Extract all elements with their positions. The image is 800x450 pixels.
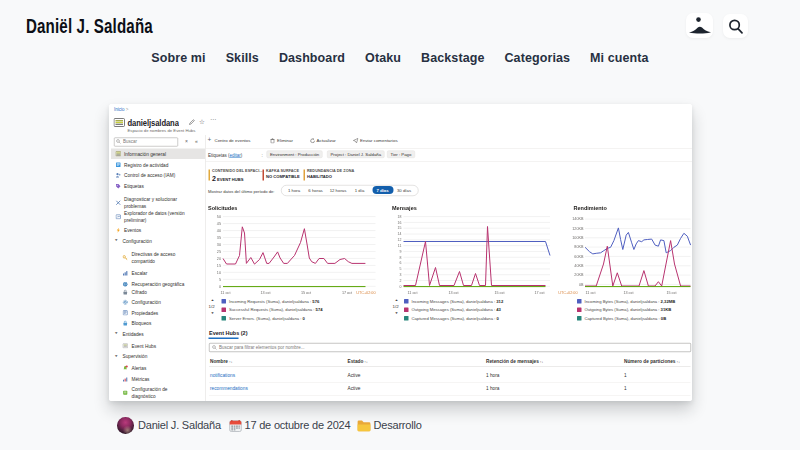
svg-text:15: 15 — [398, 226, 402, 230]
svg-text:35: 35 — [217, 236, 221, 240]
svg-text:15 oct: 15 oct — [301, 291, 312, 295]
svg-text:20KB: 20KB — [574, 273, 584, 277]
svg-text:10: 10 — [217, 271, 221, 275]
svg-text:0: 0 — [219, 285, 221, 289]
svg-text:15 oct: 15 oct — [666, 291, 677, 295]
svg-text:3: 3 — [400, 273, 402, 277]
svg-text:8: 8 — [400, 256, 402, 260]
svg-text:50: 50 — [217, 215, 221, 219]
svg-text:17 oct: 17 oct — [342, 291, 353, 295]
svg-text:9: 9 — [400, 250, 402, 254]
svg-text:2: 2 — [400, 279, 402, 283]
svg-text:25: 25 — [217, 250, 221, 254]
svg-text:30: 30 — [217, 243, 221, 247]
svg-text:11 oct: 11 oct — [408, 291, 419, 295]
svg-text:11 oct: 11 oct — [586, 291, 597, 295]
svg-text:40KB: 40KB — [574, 264, 584, 268]
svg-text:80KB: 80KB — [574, 245, 584, 249]
svg-text:11: 11 — [398, 244, 402, 248]
svg-text:15 oct: 15 oct — [494, 291, 505, 295]
svg-text:40: 40 — [217, 229, 221, 233]
svg-text:16: 16 — [398, 221, 402, 225]
svg-text:5: 5 — [400, 267, 402, 271]
svg-text:UTC+02:00: UTC+02:00 — [356, 291, 375, 295]
svg-text:13 oct: 13 oct — [260, 291, 271, 295]
svg-text:17 oct: 17 oct — [534, 291, 545, 295]
svg-text:11 oct: 11 oct — [221, 291, 232, 295]
svg-text:13 oct: 13 oct — [623, 291, 634, 295]
svg-text:5: 5 — [219, 278, 221, 282]
svg-text:45: 45 — [217, 222, 221, 226]
svg-text:15: 15 — [217, 264, 221, 268]
svg-text:140KB: 140KB — [572, 217, 584, 221]
svg-text:18: 18 — [398, 215, 402, 219]
svg-text:120KB: 120KB — [572, 227, 584, 231]
svg-text:0B: 0B — [579, 283, 584, 287]
svg-text:60KB: 60KB — [574, 255, 584, 259]
svg-text:20: 20 — [217, 257, 221, 261]
svg-text:6: 6 — [400, 261, 402, 265]
svg-text:UTC+02:00: UTC+02:00 — [558, 291, 577, 295]
svg-text:0: 0 — [400, 285, 402, 289]
svg-text:12: 12 — [398, 238, 402, 242]
svg-text:100KB: 100KB — [572, 236, 584, 240]
svg-text:14: 14 — [398, 232, 402, 236]
svg-text:13 oct: 13 oct — [448, 291, 459, 295]
